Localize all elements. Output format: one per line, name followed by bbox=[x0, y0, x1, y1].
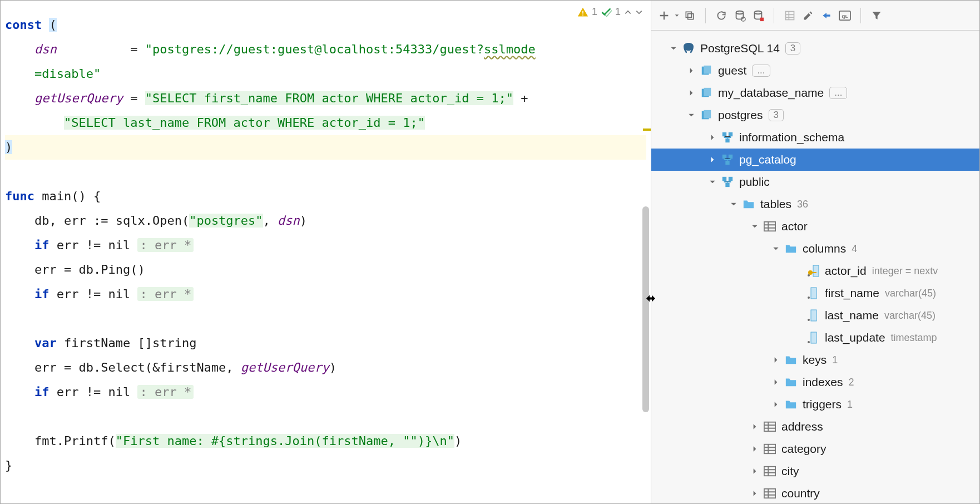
jump-button[interactable] bbox=[818, 7, 835, 24]
copy-button[interactable] bbox=[681, 7, 698, 24]
chevron-right-icon[interactable] bbox=[686, 89, 697, 97]
tree-table-actor[interactable]: actor bbox=[651, 215, 979, 238]
folder-icon bbox=[741, 197, 756, 211]
db-stop-button[interactable] bbox=[750, 7, 766, 24]
tree-tables-folder[interactable]: tables 36 bbox=[651, 193, 979, 215]
count-badge: 3 bbox=[785, 42, 800, 55]
key-column-icon bbox=[806, 264, 820, 278]
chevron-right-icon[interactable] bbox=[707, 156, 718, 164]
tree-label: guest bbox=[718, 64, 746, 77]
cond-err: err != nil bbox=[57, 287, 130, 301]
tree-table-city[interactable]: city bbox=[651, 460, 979, 482]
tree-label: category bbox=[781, 442, 826, 456]
tree-root[interactable]: PostgreSQL 14 3 bbox=[651, 37, 979, 60]
svg-rect-19 bbox=[725, 139, 729, 142]
folded-hint[interactable]: : err * bbox=[137, 238, 194, 252]
tree-schema-pgcatalog[interactable]: pg_catalog bbox=[651, 149, 979, 171]
svg-rect-1 bbox=[582, 14, 583, 16]
database-tree[interactable]: PostgreSQL 14 3 guest ... my_database_na… bbox=[651, 31, 979, 503]
keyword-var: var bbox=[34, 336, 57, 350]
svg-rect-23 bbox=[722, 177, 726, 181]
chevron-right-icon[interactable] bbox=[749, 445, 760, 453]
tree-root-label: PostgreSQL 14 bbox=[700, 42, 780, 55]
tree-table-category[interactable]: category bbox=[651, 438, 979, 460]
chevron-down-icon[interactable] bbox=[686, 111, 697, 119]
tree-column-lastupdate[interactable]: last_update timestamp bbox=[651, 327, 979, 349]
chevron-down-icon[interactable] bbox=[668, 45, 679, 52]
inspection-widget[interactable]: 1 1 bbox=[577, 6, 643, 18]
tree-column-actorid[interactable]: actor_id integer = nextv bbox=[651, 260, 979, 282]
svg-rect-24 bbox=[729, 177, 732, 181]
separator bbox=[705, 8, 706, 23]
chevron-right-icon[interactable] bbox=[707, 134, 718, 141]
edit-button[interactable] bbox=[800, 7, 816, 24]
svg-rect-20 bbox=[722, 155, 726, 159]
chevron-down-icon[interactable] bbox=[770, 245, 781, 253]
tree-schema-public[interactable]: public bbox=[651, 171, 979, 193]
tree-db-mydb[interactable]: my_database_name ... bbox=[651, 82, 979, 104]
ident-getuserquery: getUserQuery bbox=[34, 91, 123, 105]
tree-column-firstname[interactable]: first_name varchar(45) bbox=[651, 282, 979, 304]
chevron-right-icon[interactable] bbox=[749, 490, 760, 497]
filter-button[interactable] bbox=[868, 7, 885, 24]
chevron-right-icon[interactable] bbox=[749, 467, 760, 475]
ellipsis-badge[interactable]: ... bbox=[829, 87, 847, 99]
gutter-marker[interactable] bbox=[643, 129, 651, 131]
table-view-button[interactable] bbox=[781, 7, 798, 24]
warning-icon bbox=[577, 7, 588, 18]
count-text: 2 bbox=[848, 377, 854, 388]
chevron-down-icon[interactable] bbox=[728, 200, 739, 208]
code-area[interactable]: const ( dsn = "postgres://guest:guest@lo… bbox=[1, 1, 651, 482]
tree-table-country[interactable]: country bbox=[651, 482, 979, 503]
svg-point-4 bbox=[736, 11, 744, 14]
chevron-right-icon[interactable] bbox=[749, 423, 760, 431]
db-refresh-button[interactable] bbox=[731, 7, 748, 24]
chevron-down-icon[interactable] bbox=[707, 178, 718, 186]
svg-rect-0 bbox=[582, 11, 583, 13]
folded-hint[interactable]: : err * bbox=[137, 287, 194, 301]
code-select-a: err = db.Select(&firstName, bbox=[34, 360, 241, 374]
code-ping: err = db.Ping() bbox=[34, 263, 145, 276]
table-icon bbox=[763, 219, 777, 234]
chevron-right-icon[interactable] bbox=[770, 378, 781, 386]
svg-rect-2 bbox=[686, 12, 691, 17]
string-sql-b: "SELECT last_name FROM actor WHERE actor… bbox=[64, 116, 425, 130]
chevron-down-icon[interactable] bbox=[749, 223, 760, 230]
decl-firstname: firstName []string bbox=[64, 336, 196, 350]
svg-rect-22 bbox=[725, 161, 729, 165]
tree-column-lastname[interactable]: last_name varchar(45) bbox=[651, 304, 979, 327]
tree-triggers-folder[interactable]: triggers 1 bbox=[651, 393, 979, 416]
column-icon bbox=[806, 308, 820, 323]
tree-keys-folder[interactable]: keys 1 bbox=[651, 349, 979, 371]
chevron-down-icon[interactable] bbox=[635, 8, 643, 16]
svg-rect-31 bbox=[811, 288, 816, 299]
table-icon bbox=[763, 442, 777, 456]
dropdown-icon[interactable] bbox=[674, 13, 680, 18]
postgresql-icon bbox=[681, 41, 696, 56]
chevron-right-icon[interactable] bbox=[770, 401, 781, 408]
tree-label: last_update bbox=[825, 331, 885, 344]
code-editor[interactable]: 1 1 const ( dsn = "postgres://guest:gues… bbox=[1, 1, 651, 503]
svg-rect-39 bbox=[764, 467, 775, 476]
add-button[interactable] bbox=[656, 7, 672, 24]
tree-columns-folder[interactable]: columns 4 bbox=[651, 238, 979, 260]
sql-console-button[interactable]: QL bbox=[837, 7, 853, 24]
ellipsis-badge[interactable]: ... bbox=[752, 65, 770, 77]
string-printf: "First name: #{strings.Join(firstName, "… bbox=[116, 434, 454, 448]
folded-hint[interactable]: : err * bbox=[137, 385, 194, 399]
folder-icon bbox=[784, 375, 798, 389]
chevron-up-icon[interactable] bbox=[624, 8, 632, 16]
tree-db-guest[interactable]: guest ... bbox=[651, 60, 979, 82]
code-select-c: ) bbox=[329, 360, 336, 374]
ident-dsn: dsn bbox=[34, 42, 57, 56]
tree-indexes-folder[interactable]: indexes 2 bbox=[651, 371, 979, 393]
tree-label: information_schema bbox=[739, 131, 844, 144]
tree-table-address[interactable]: address bbox=[651, 416, 979, 438]
panel-splitter[interactable] bbox=[642, 290, 660, 312]
tree-db-postgres[interactable]: postgres 3 bbox=[651, 104, 979, 126]
refresh-button[interactable] bbox=[713, 7, 730, 24]
chevron-right-icon[interactable] bbox=[686, 67, 697, 75]
folder-icon bbox=[784, 353, 798, 367]
chevron-right-icon[interactable] bbox=[770, 356, 781, 364]
tree-schema-info[interactable]: information_schema bbox=[651, 126, 979, 149]
